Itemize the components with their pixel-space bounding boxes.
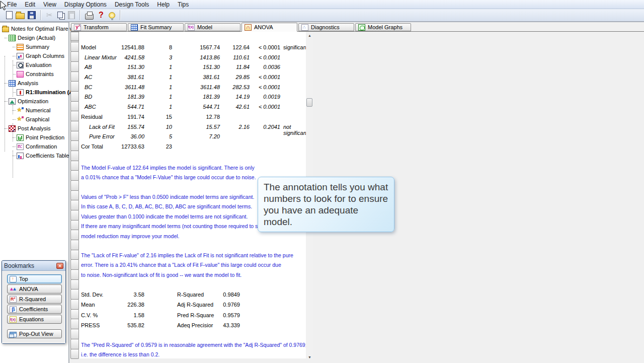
sidebar-item-numerical[interactable]: Numerical: [0, 106, 68, 115]
sidebar-item-label: Graphical: [26, 116, 49, 122]
row-header-cell[interactable]: [70, 250, 79, 260]
tab-label: Fit Summary: [140, 24, 172, 30]
sidebar-item-post-analysis[interactable]: Post Analysis: [0, 124, 68, 133]
row-header-cell[interactable]: [70, 101, 79, 112]
menu-item-edit[interactable]: Edit: [21, 1, 39, 9]
menu-item-display-options[interactable]: Display Options: [60, 1, 111, 9]
row-header-cell[interactable]: [70, 61, 79, 72]
summary-stats: Std. Dev.3.58R-Squared0.9849Mean226.38Ad…: [79, 290, 306, 331]
annotation-line: a 0.01% chance that a "Model F-Value" th…: [81, 173, 256, 182]
sidebar-item-evaluation[interactable]: Evaluation: [0, 60, 68, 69]
row-header-cell[interactable]: [70, 309, 79, 320]
sidebar-item-graphical[interactable]: Graphical: [0, 115, 68, 124]
new-file-icon[interactable]: [6, 11, 13, 19]
row-header-cell[interactable]: [70, 111, 79, 121]
menu-item-design-tools[interactable]: Design Tools: [111, 1, 153, 9]
row-header-cell[interactable]: [70, 339, 79, 349]
bookmark-r-squared[interactable]: R-Squared: [7, 295, 62, 304]
row-header-cell[interactable]: [70, 279, 79, 290]
scrollbar-thumb[interactable]: [306, 98, 312, 107]
tab-diagnostics[interactable]: Diagnostics: [298, 23, 354, 31]
menu-item-view[interactable]: View: [39, 1, 60, 9]
anova-icon: [245, 24, 252, 31]
tab-model[interactable]: Model: [185, 23, 240, 31]
point-prediction-icon: [17, 134, 24, 141]
sidebar-item-label: Summary: [26, 44, 49, 50]
sidebar-item-constraints[interactable]: Constraints: [0, 69, 68, 79]
open-file-icon[interactable]: [16, 13, 25, 19]
tab-anova[interactable]: ANOVA: [242, 23, 297, 32]
anova-row: Model12541.8881567.74122.64< 0.0001signi…: [79, 43, 306, 53]
sidebar-item-analysis[interactable]: Analysis: [0, 79, 68, 88]
sidebar-item-summary[interactable]: Summary: [0, 42, 68, 51]
anova-prob-f: 0.0036: [79, 64, 280, 70]
toolbar-separator: [40, 10, 41, 20]
bookmark-pop-out-view[interactable]: Pop-Out View: [7, 329, 62, 338]
row-header-cell[interactable]: [70, 42, 79, 52]
row-header-cell[interactable]: [70, 51, 79, 62]
row-header-cell[interactable]: [70, 259, 79, 270]
menu-item-tips[interactable]: Tips: [174, 1, 193, 9]
row-header-cell[interactable]: [70, 161, 79, 171]
copy-icon[interactable]: [59, 13, 65, 20]
tab-transform[interactable]: Transform: [71, 23, 127, 31]
row-header-cell[interactable]: [70, 151, 79, 161]
menu-bar: FileEditViewDisplay OptionsDesign ToolsH…: [0, 0, 644, 9]
tab-fit-summary[interactable]: Fit Summary: [128, 23, 184, 31]
row-header-cell[interactable]: [70, 131, 79, 141]
print-icon[interactable]: [85, 14, 94, 20]
sidebar-item-label: Post Analysis: [18, 125, 50, 131]
row-header-cell[interactable]: [70, 299, 79, 310]
row-header-cell[interactable]: [70, 200, 79, 210]
bookmark-equations[interactable]: Equations: [7, 315, 62, 324]
sidebar-item-r1-illumination-a[interactable]: R1:Illumination (A: [0, 88, 68, 97]
row-header-cell[interactable]: [70, 319, 79, 329]
row-header-cell[interactable]: [70, 269, 79, 280]
row-header-cell[interactable]: [70, 121, 79, 131]
bookmark-label: Top: [19, 276, 28, 282]
row-header-cell[interactable]: [70, 329, 79, 339]
sidebar-item-label: Numerical: [26, 107, 51, 113]
row-header-cell[interactable]: [70, 71, 79, 82]
annotation-line: model reduction may improve your model.: [81, 232, 273, 241]
anova-row: Residual191.741512.78: [79, 112, 306, 122]
row-header-cell[interactable]: [70, 349, 79, 359]
sidebar-item-label: R1:Illumination (A: [26, 89, 73, 95]
bookmark-coefficients[interactable]: Coefficients: [7, 305, 62, 314]
bookmark-anova[interactable]: ANOVA: [7, 284, 62, 294]
sidebar-item-graph-columns[interactable]: Graph Columns: [0, 51, 68, 60]
row-header-cell[interactable]: [70, 180, 79, 191]
anova-row: AB151.301151.3011.840.0036: [79, 62, 306, 72]
row-header-cell[interactable]: [70, 81, 79, 92]
row-header-cell[interactable]: [70, 230, 79, 240]
bookmarks-title: Bookmarks: [4, 262, 34, 269]
sidebar-item-design-actual[interactable]: Design (Actual): [0, 33, 68, 42]
sidebar-item-confirmation[interactable]: Confirmation: [0, 142, 68, 151]
row-header-cell[interactable]: [70, 170, 79, 181]
row-header-cell[interactable]: [70, 140, 79, 151]
close-icon[interactable]: ✕: [56, 263, 63, 269]
anova-row: Linear Mixtur4241.5831413.86110.61< 0.00…: [79, 53, 306, 63]
scroll-down-icon[interactable]: ▼: [306, 355, 313, 359]
sidebar-item-coefficients-table[interactable]: Coefficients Table: [0, 151, 68, 160]
stat-value: 3.58: [79, 292, 144, 298]
row-header-cell[interactable]: [70, 210, 79, 221]
bookmark-top[interactable]: Top: [7, 274, 62, 283]
row-header-cell[interactable]: [70, 289, 79, 300]
tab-model-graphs[interactable]: Model Graphs: [355, 23, 411, 31]
sidebar-item-notes-for-optimal-flare-wit[interactable]: Notes for Optimal Flare wit: [0, 24, 68, 33]
scroll-up-icon[interactable]: ▲: [306, 34, 313, 37]
row-header-cell[interactable]: [70, 240, 79, 250]
tips-icon[interactable]: [109, 12, 115, 19]
menu-item-help[interactable]: Help: [153, 1, 174, 9]
tab-label: ANOVA: [254, 24, 273, 30]
row-header-cell[interactable]: [70, 220, 79, 231]
row-header-cell[interactable]: [70, 91, 79, 102]
bookmarks-titlebar[interactable]: Bookmarks ✕: [2, 261, 65, 271]
sidebar-item-optimization[interactable]: Optimization: [0, 97, 68, 106]
help-icon[interactable]: [97, 11, 106, 20]
sidebar-item-label: Coefficients Table: [26, 153, 69, 159]
row-header-cell[interactable]: [70, 190, 79, 201]
sidebar-item-point-prediction[interactable]: Point Prediction: [0, 133, 68, 142]
save-file-icon[interactable]: [28, 11, 36, 19]
